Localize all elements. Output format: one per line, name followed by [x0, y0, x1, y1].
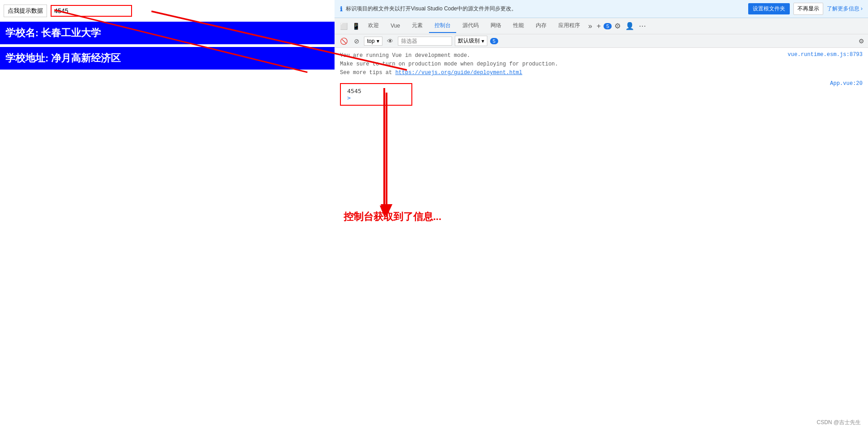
tab-welcome[interactable]: 欢迎 — [363, 19, 384, 33]
clear-console-icon[interactable]: 🚫 — [338, 37, 349, 46]
hint-button[interactable]: 点我提示数据 — [4, 5, 47, 17]
dropdown-arrow-icon: ▾ — [377, 38, 379, 44]
filter-input[interactable] — [398, 37, 452, 46]
console-toolbar: 🚫 ⊘ top ▾ 👁 默认级别 ▾ 5 ⚙ — [335, 34, 868, 48]
no-show-button[interactable]: 不再显示 — [793, 3, 823, 15]
settings-icon[interactable]: ⚙ — [613, 20, 623, 32]
set-root-button[interactable]: 设置根文件夹 — [748, 3, 790, 14]
csdn-footer: CSDN @吉士先生 — [816, 419, 861, 426]
app-vue-ref[interactable]: App.vue:20 — [830, 80, 863, 87]
log-level-selector[interactable]: 默认级别 ▾ — [455, 36, 487, 46]
add-tab-icon[interactable]: + — [595, 20, 603, 32]
cursor-icon[interactable]: ⬜ — [338, 22, 349, 31]
more-info-link[interactable]: 了解更多信息 › — [827, 5, 863, 13]
console-line-1: You are running Vue in development mode. — [340, 51, 863, 60]
data-input[interactable] — [51, 5, 132, 17]
vue-app-panel: 点我提示数据 学校名: 长春工业大学 学校地址: 净月高新经济区 — [0, 0, 335, 430]
info-icon: ℹ — [340, 5, 342, 13]
tab-vue[interactable]: Vue — [385, 20, 406, 33]
console-line-3: See more tips at https://vuejs.org/guide… — [340, 69, 863, 77]
tab-console[interactable]: 控制台 — [429, 19, 456, 33]
tab-network[interactable]: 网络 — [485, 19, 507, 33]
vue-runtime-ref[interactable]: vue.runtime.esm.js:8793 — [788, 51, 863, 58]
ban-icon[interactable]: ⊘ — [352, 37, 361, 46]
mobile-icon[interactable]: 📱 — [350, 22, 362, 31]
console-value-box: 4545 > — [340, 83, 412, 106]
console-prompt[interactable]: > — [347, 94, 405, 101]
devtools-panel: ℹ 标识项目的根文件夹以打开Visual Studio Code中的源文件并同步… — [335, 0, 868, 430]
console-line-2: Make sure to turn on production mode whe… — [340, 60, 863, 69]
more-options-icon[interactable]: ⋯ — [637, 20, 648, 32]
more-tabs-icon[interactable]: » — [586, 20, 594, 32]
tab-badge: 5 — [604, 23, 612, 29]
console-settings-icon[interactable]: ⚙ — [859, 37, 864, 45]
profile-icon[interactable]: 👤 — [623, 20, 636, 32]
school-name-bar: 学校名: 长春工业大学 — [0, 22, 335, 44]
level-label: 默认级别 — [458, 37, 480, 45]
devtools-tabs-bar: ⬜ 📱 欢迎 Vue 元素 控制台 源代码 网络 性能 内存 应用程序 » + … — [335, 18, 868, 34]
log-badge: 5 — [490, 38, 498, 44]
tab-elements[interactable]: 元素 — [406, 19, 428, 33]
school-addr-bar: 学校地址: 净月高新经济区 — [0, 47, 335, 70]
tab-application[interactable]: 应用程序 — [553, 19, 585, 33]
level-dropdown-icon: ▾ — [481, 38, 484, 44]
tab-sources[interactable]: 源代码 — [457, 19, 484, 33]
notification-text: 标识项目的根文件夹以打开Visual Studio Code中的源文件并同步更改… — [346, 5, 745, 13]
notification-bar: ℹ 标识项目的根文件夹以打开Visual Studio Code中的源文件并同步… — [335, 0, 868, 18]
context-selector[interactable]: top ▾ — [364, 37, 382, 46]
tab-performance[interactable]: 性能 — [508, 19, 529, 33]
eye-icon[interactable]: 👁 — [385, 37, 395, 46]
console-output: vue.runtime.esm.js:8793 You are running … — [335, 48, 868, 430]
tab-memory[interactable]: 内存 — [530, 19, 552, 33]
top-label: top — [367, 38, 375, 44]
deployment-link[interactable]: https://vuejs.org/guide/deployment.html — [395, 70, 522, 76]
input-area: 点我提示数据 — [0, 0, 335, 22]
console-value-number: 4545 — [347, 88, 405, 94]
